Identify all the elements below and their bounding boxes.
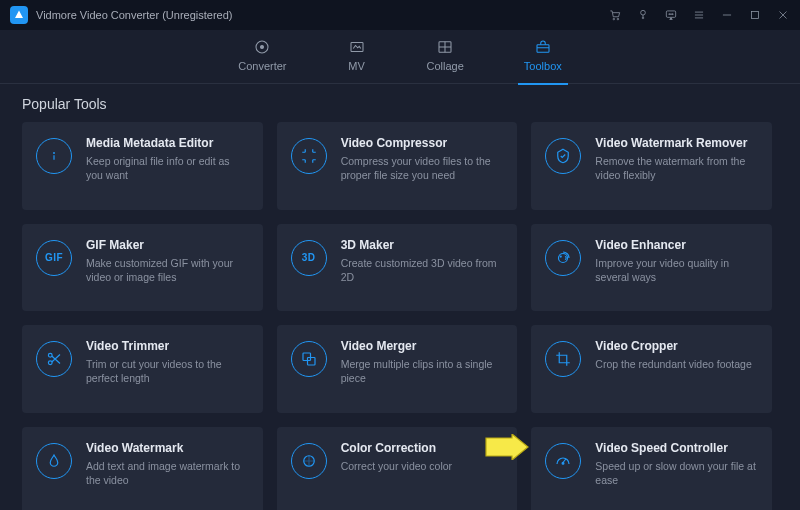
card-body: Video EnhancerImprove your video quality… xyxy=(595,238,758,298)
wm-remove-icon xyxy=(545,138,581,174)
window-controls xyxy=(608,8,790,22)
card-title: Video Cropper xyxy=(595,339,758,353)
card-desc: Merge multiple clips into a single piece xyxy=(341,357,504,385)
card-body: Video MergerMerge multiple clips into a … xyxy=(341,339,504,399)
mv-icon xyxy=(347,38,367,56)
speed-icon xyxy=(545,443,581,479)
card-body: Video Speed ControllerSpeed up or slow d… xyxy=(595,441,758,501)
enhance-icon xyxy=(545,240,581,276)
converter-icon xyxy=(252,38,272,56)
tool-card-3d-maker[interactable]: 3D3D MakerCreate customized 3D video fro… xyxy=(277,224,518,312)
color-icon xyxy=(291,443,327,479)
card-title: Video Watermark xyxy=(86,441,249,455)
svg-rect-12 xyxy=(537,44,549,52)
svg-point-21 xyxy=(562,462,564,464)
collage-icon xyxy=(435,38,455,56)
feedback-icon[interactable] xyxy=(664,8,678,22)
3d-icon: 3D xyxy=(291,240,327,276)
watermark-icon xyxy=(36,443,72,479)
cart-icon[interactable] xyxy=(608,8,622,22)
card-title: Video Speed Controller xyxy=(595,441,758,455)
svg-rect-7 xyxy=(752,12,759,19)
card-body: Video CropperCrop the redundant video fo… xyxy=(595,339,758,399)
card-body: Video Watermark RemoverRemove the waterm… xyxy=(595,136,758,196)
card-desc: Trim or cut your videos to the perfect l… xyxy=(86,357,249,385)
card-title: 3D Maker xyxy=(341,238,504,252)
key-icon[interactable] xyxy=(636,8,650,22)
card-body: 3D MakerCreate customized 3D video from … xyxy=(341,238,504,298)
close-button[interactable] xyxy=(776,8,790,22)
svg-point-15 xyxy=(560,255,562,257)
tool-card-video-watermark-remover[interactable]: Video Watermark RemoverRemove the waterm… xyxy=(531,122,772,210)
svg-point-6 xyxy=(672,14,673,15)
svg-point-2 xyxy=(641,10,646,15)
tab-converter[interactable]: Converter xyxy=(238,38,286,76)
tab-label: Toolbox xyxy=(524,60,562,72)
tool-card-video-enhancer[interactable]: Video EnhancerImprove your video quality… xyxy=(531,224,772,312)
card-title: Media Metadata Editor xyxy=(86,136,249,150)
content-area: Popular Tools Media Metadata EditorKeep … xyxy=(0,84,800,510)
minimize-button[interactable] xyxy=(720,8,734,22)
tool-card-video-trimmer[interactable]: Video TrimmerTrim or cut your videos to … xyxy=(22,325,263,413)
info-icon xyxy=(36,138,72,174)
app-logo xyxy=(10,6,28,24)
card-desc: Compress your video files to the proper … xyxy=(341,154,504,182)
tab-toolbox[interactable]: Toolbox xyxy=(524,38,562,76)
card-desc: Add text and image watermark to the vide… xyxy=(86,459,249,487)
svg-rect-19 xyxy=(307,358,315,366)
card-body: Media Metadata EditorKeep original file … xyxy=(86,136,249,196)
card-body: Video WatermarkAdd text and image waterm… xyxy=(86,441,249,501)
svg-rect-18 xyxy=(303,353,311,361)
tool-grid: Media Metadata EditorKeep original file … xyxy=(22,122,778,510)
svg-point-1 xyxy=(617,18,619,20)
card-desc: Remove the watermark from the video flex… xyxy=(595,154,758,182)
tool-card-video-cropper[interactable]: Video CropperCrop the redundant video fo… xyxy=(531,325,772,413)
svg-point-0 xyxy=(613,18,615,20)
tool-card-video-speed-controller[interactable]: Video Speed ControllerSpeed up or slow d… xyxy=(531,427,772,511)
crop-icon xyxy=(545,341,581,377)
tool-card-video-compressor[interactable]: Video CompressorCompress your video file… xyxy=(277,122,518,210)
gif-icon: GIF xyxy=(36,240,72,276)
toolbox-icon xyxy=(533,38,553,56)
section-title: Popular Tools xyxy=(22,96,778,112)
svg-point-5 xyxy=(671,14,672,15)
card-body: Color CorrectionCorrect your video color xyxy=(341,441,504,501)
maximize-button[interactable] xyxy=(748,8,762,22)
card-title: Video Watermark Remover xyxy=(595,136,758,150)
menu-icon[interactable] xyxy=(692,8,706,22)
tab-mv[interactable]: MV xyxy=(347,38,367,76)
tool-card-gif-maker[interactable]: GIFGIF MakerMake customized GIF with you… xyxy=(22,224,263,312)
tab-label: Converter xyxy=(238,60,286,72)
main-tabs: Converter MV Collage Toolbox xyxy=(0,30,800,84)
svg-point-9 xyxy=(261,45,264,48)
titlebar: Vidmore Video Converter (Unregistered) xyxy=(0,0,800,30)
merge-icon xyxy=(291,341,327,377)
card-desc: Make customized GIF with your video or i… xyxy=(86,256,249,284)
tool-card-media-metadata-editor[interactable]: Media Metadata EditorKeep original file … xyxy=(22,122,263,210)
app-title: Vidmore Video Converter (Unregistered) xyxy=(36,9,232,21)
tab-label: Collage xyxy=(427,60,464,72)
svg-point-13 xyxy=(54,153,55,154)
tab-label: MV xyxy=(348,60,365,72)
card-title: GIF Maker xyxy=(86,238,249,252)
trim-icon xyxy=(36,341,72,377)
card-body: Video CompressorCompress your video file… xyxy=(341,136,504,196)
card-desc: Improve your video quality in several wa… xyxy=(595,256,758,284)
card-desc: Crop the redundant video footage xyxy=(595,357,758,371)
card-desc: Create customized 3D video from 2D xyxy=(341,256,504,284)
card-desc: Keep original file info or edit as you w… xyxy=(86,154,249,182)
tool-card-video-merger[interactable]: Video MergerMerge multiple clips into a … xyxy=(277,325,518,413)
card-title: Video Trimmer xyxy=(86,339,249,353)
card-body: Video TrimmerTrim or cut your videos to … xyxy=(86,339,249,399)
card-title: Video Merger xyxy=(341,339,504,353)
tool-card-video-watermark[interactable]: Video WatermarkAdd text and image waterm… xyxy=(22,427,263,511)
card-desc: Correct your video color xyxy=(341,459,504,473)
card-title: Video Compressor xyxy=(341,136,504,150)
card-body: GIF MakerMake customized GIF with your v… xyxy=(86,238,249,298)
card-desc: Speed up or slow down your file at ease xyxy=(595,459,758,487)
tab-collage[interactable]: Collage xyxy=(427,38,464,76)
card-title: Video Enhancer xyxy=(595,238,758,252)
tool-card-color-correction[interactable]: Color CorrectionCorrect your video color xyxy=(277,427,518,511)
svg-point-4 xyxy=(669,14,670,15)
card-title: Color Correction xyxy=(341,441,504,455)
